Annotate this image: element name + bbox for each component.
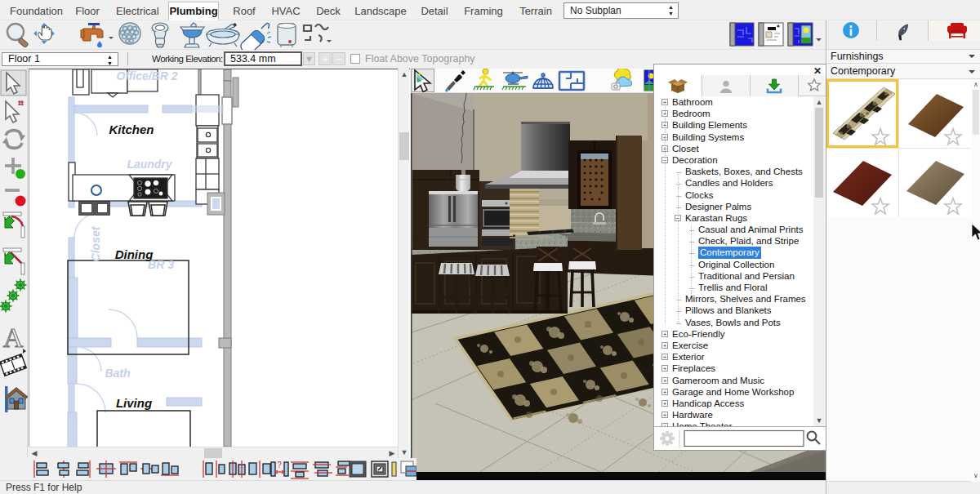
svg-text:Dining: Dining bbox=[115, 247, 154, 261]
svg-text:Laundry: Laundry bbox=[127, 158, 172, 171]
svg-text:Kitchen: Kitchen bbox=[109, 122, 154, 136]
svg-text:?: ? bbox=[277, 461, 282, 470]
svg-text:A: A bbox=[3, 323, 24, 353]
svg-text:Office/BR 2: Office/BR 2 bbox=[116, 69, 177, 82]
svg-text:Closet: Closet bbox=[89, 225, 102, 261]
svg-text:Bath: Bath bbox=[105, 367, 130, 380]
svg-text:Living: Living bbox=[116, 396, 152, 410]
